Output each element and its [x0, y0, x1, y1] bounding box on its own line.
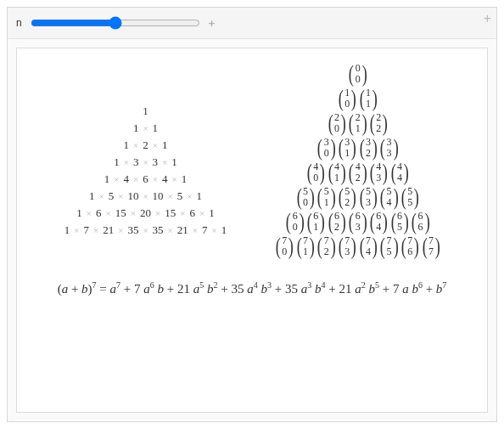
binomial-coefficient: (76) [400, 234, 421, 258]
pascal-value: 6 [188, 206, 197, 220]
binomial-coefficient: (40) [305, 161, 327, 184]
demonstration-panel: + n + 11×11×2×11×3×3×11×4×6×4×11×5×10×10… [7, 7, 497, 422]
times-symbol: × [179, 208, 186, 218]
times-symbol: × [152, 140, 159, 150]
pascal-value: 1 [151, 121, 160, 135]
pascal-value: 1 [141, 104, 150, 118]
binomial-coefficient: (32) [358, 136, 379, 160]
binomial-coefficient: (50) [295, 185, 316, 209]
binomial-coefficient: (41) [327, 161, 348, 184]
binomial-coefficient: (10) [337, 87, 358, 110]
pascal-value: 7 [200, 223, 210, 237]
times-symbol: × [130, 208, 137, 218]
pascal-value: 5 [107, 189, 116, 203]
binomial-coefficient: (66) [410, 210, 431, 234]
binomial-coefficient: (75) [378, 234, 400, 258]
pascal-value: 3 [151, 155, 160, 169]
times-symbol: × [142, 225, 148, 235]
pascal-value: 1 [63, 223, 72, 237]
pascal-binomial-row: (00) [347, 62, 368, 86]
times-symbol: × [192, 225, 199, 235]
pascal-numeric-row: 1×1 [132, 121, 160, 135]
times-symbol: × [142, 123, 148, 133]
pascal-value: 5 [176, 189, 185, 203]
pascal-value: 1 [220, 223, 229, 237]
controls-bar: n + [8, 8, 496, 39]
binomial-coefficient: (20) [327, 111, 348, 135]
binomial-coefficient: (11) [358, 87, 379, 110]
pascal-value: 1 [170, 155, 179, 169]
times-symbol: × [167, 225, 174, 235]
n-label: n [16, 17, 22, 29]
binomial-coefficient: (43) [368, 161, 389, 184]
pascal-numeric-row: 1×5×10×10×5×1 [87, 189, 204, 203]
pascal-binomial-triangle: (00)(10)(11)(20)(21)(22)(30)(31)(32)(33)… [274, 62, 441, 258]
slider-expand-icon[interactable]: + [209, 17, 216, 30]
pascal-value: 3 [132, 155, 141, 169]
binomial-coefficient: (63) [347, 210, 368, 234]
pascal-numeric-row: 1×6×15×20×15×6×1 [75, 206, 216, 220]
times-symbol: × [142, 191, 148, 201]
binomial-coefficient: (51) [316, 185, 337, 209]
binomial-coefficient: (00) [347, 62, 368, 86]
pascal-value: 4 [160, 172, 170, 186]
times-symbol: × [199, 208, 205, 218]
pascal-value: 15 [114, 206, 128, 220]
pascal-value: 20 [138, 206, 153, 220]
binomial-coefficient: (55) [400, 185, 421, 209]
binomial-coefficient: (65) [389, 210, 411, 234]
pascal-binomial-row: (50)(51)(52)(53)(54)(55) [295, 185, 421, 209]
binomial-coefficient: (71) [295, 234, 316, 258]
pascal-value: 21 [176, 223, 190, 237]
times-symbol: × [123, 157, 130, 167]
binomial-coefficient: (73) [337, 234, 358, 258]
times-symbol: × [113, 174, 120, 184]
pascal-value: 6 [94, 206, 104, 220]
binomial-coefficient: (52) [337, 185, 358, 209]
pascal-value: 21 [101, 223, 115, 237]
pascal-value: 1 [122, 138, 132, 152]
times-symbol: × [117, 225, 124, 235]
pascal-numeric-triangle: 11×11×2×11×3×3×11×4×6×4×11×5×10×10×5×11×… [63, 104, 229, 237]
times-symbol: × [152, 174, 159, 184]
pascal-numeric-row: 1×3×3×1 [112, 155, 179, 169]
binomial-coefficient: (42) [347, 161, 368, 184]
binomial-coefficient: (62) [327, 210, 348, 234]
times-symbol: × [92, 225, 99, 235]
pascal-value: 1 [207, 206, 216, 220]
binomial-coefficient: (54) [378, 185, 400, 209]
n-slider[interactable] [31, 16, 200, 30]
times-symbol: × [86, 208, 92, 218]
binomial-coefficient: (53) [358, 185, 379, 209]
pascal-numeric-row: 1×4×6×4×1 [103, 172, 188, 186]
binomial-coefficient: (44) [389, 161, 411, 184]
pascal-value: 10 [151, 189, 165, 203]
pascal-value: 1 [160, 138, 170, 152]
times-symbol: × [161, 157, 168, 167]
times-symbol: × [73, 225, 80, 235]
pascal-value: 1 [87, 189, 97, 203]
binomial-coefficient: (33) [378, 136, 400, 160]
times-symbol: × [105, 208, 112, 218]
binomial-coefficient: (74) [358, 234, 379, 258]
pascal-numeric-row: 1 [141, 104, 150, 118]
pascal-value: 1 [112, 155, 121, 169]
binomial-coefficient: (31) [337, 136, 358, 160]
times-symbol: × [98, 191, 104, 201]
pascal-value: 35 [126, 223, 140, 237]
pascal-value: 2 [141, 138, 150, 152]
expand-panel-icon[interactable]: + [484, 11, 491, 26]
pascal-numeric-row: 1×2×1 [122, 138, 170, 152]
pascal-binomial-row: (20)(21)(22) [327, 111, 389, 135]
pascal-value: 35 [151, 223, 165, 237]
binomial-expansion-equation: (a + b)7 = a7 + 7 a6 b + 21 a5 b2 + 35 a… [25, 282, 479, 296]
pascal-value: 4 [122, 172, 132, 186]
times-symbol: × [186, 191, 193, 201]
binomial-coefficient: (61) [305, 210, 327, 234]
times-symbol: × [132, 174, 139, 184]
pascal-value: 1 [195, 189, 204, 203]
times-symbol: × [132, 140, 139, 150]
pascal-binomial-row: (70)(71)(72)(73)(74)(75)(76)(77) [274, 234, 441, 258]
pascal-value: 6 [141, 172, 150, 186]
output-pane: 11×11×2×11×3×3×11×4×6×4×11×5×10×10×5×11×… [16, 48, 488, 413]
